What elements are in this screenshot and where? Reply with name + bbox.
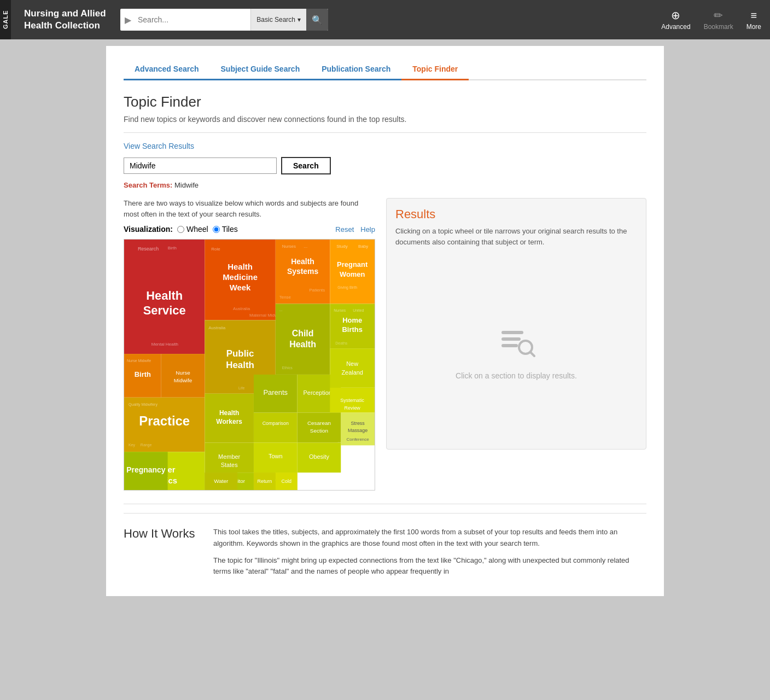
svg-text:Member: Member	[218, 453, 240, 460]
svg-text:Nurses: Nurses	[282, 244, 296, 249]
svg-text:Zealand: Zealand	[341, 369, 363, 376]
global-search-submit[interactable]: 🔍	[306, 9, 328, 31]
svg-text:Systematic: Systematic	[340, 398, 364, 403]
svg-text:Health: Health	[291, 257, 314, 266]
svg-text:Health: Health	[146, 289, 183, 302]
topic-search-row: Search	[124, 157, 646, 174]
tab-topic-finder[interactable]: Topic Finder	[401, 59, 469, 80]
tab-subject-guide[interactable]: Subject Guide Search	[210, 59, 311, 80]
svg-text:Ethics: Ethics	[282, 366, 293, 370]
svg-text:Massage: Massage	[348, 428, 368, 433]
topic-search-button[interactable]: Search	[281, 157, 331, 174]
svg-text:...: ...	[337, 439, 341, 443]
svg-text:Role: Role	[211, 247, 220, 252]
treemap-container: Health Service Research Birth Mental Hea…	[124, 239, 375, 491]
bookmark-action[interactable]: ✏ Bookmark	[704, 9, 733, 31]
gale-logo: GALE	[0, 0, 11, 39]
svg-text:Comparison: Comparison	[262, 421, 289, 426]
svg-text:Midwife: Midwife	[174, 377, 192, 383]
svg-text:Baby: Baby	[358, 244, 368, 249]
svg-text:...: ...	[304, 244, 308, 249]
svg-text:Life: Life	[238, 386, 244, 390]
view-results-link[interactable]: View Search Results	[124, 142, 194, 150]
tab-publication-search[interactable]: Publication Search	[311, 59, 401, 80]
svg-text:United: United	[353, 308, 364, 312]
search-terms-row: Search Terms: Midwife	[124, 181, 646, 189]
tile-new-zealand[interactable]	[330, 348, 375, 388]
svg-text:Pregnancy: Pregnancy	[126, 465, 165, 474]
svg-text:Parents: Parents	[263, 388, 288, 396]
svg-text:Stress: Stress	[351, 421, 365, 426]
tab-bar: Advanced Search Subject Guide Search Pub…	[124, 59, 646, 80]
tab-advanced-search[interactable]: Advanced Search	[124, 59, 210, 80]
wheel-option[interactable]: Wheel	[177, 225, 208, 234]
svg-text:Home: Home	[342, 316, 362, 324]
svg-text:Deaths: Deaths	[335, 341, 348, 345]
search-type-button[interactable]: Basic Search ▾	[250, 9, 306, 31]
svg-text:Birth: Birth	[168, 246, 177, 250]
help-link[interactable]: Help	[360, 225, 375, 234]
svg-text:Nurse Midwife: Nurse Midwife	[127, 359, 151, 363]
advanced-action[interactable]: ⊕ Advanced	[661, 9, 690, 31]
svg-text:Range: Range	[141, 443, 152, 447]
divider-2	[124, 504, 646, 504]
svg-text:Health: Health	[226, 360, 254, 370]
divider-1	[124, 132, 646, 133]
search-terms-label: Search Terms:	[124, 181, 172, 189]
header: GALE Nursing and Allied Health Collectio…	[0, 0, 770, 39]
svg-text:Water: Water	[214, 478, 229, 484]
svg-text:Conference: Conference	[347, 437, 370, 442]
svg-text:Systems: Systems	[287, 267, 319, 276]
how-it-works-title: How It Works	[124, 527, 200, 583]
visualization-label: Visualization:	[124, 225, 173, 234]
svg-text:Service: Service	[143, 304, 186, 317]
tiles-radio[interactable]	[213, 226, 220, 233]
svg-text:Nurses: Nurses	[334, 308, 346, 312]
wheel-radio[interactable]	[177, 226, 184, 233]
tiles-option[interactable]: Tiles	[213, 225, 238, 234]
svg-text:New: New	[346, 360, 358, 367]
svg-text:Health: Health	[289, 340, 316, 349]
svg-text:Section: Section	[310, 428, 328, 434]
svg-rect-72	[501, 344, 518, 347]
how-it-works-desc: This tool takes the titles, subjects, an…	[213, 527, 646, 583]
svg-text:Birth: Birth	[135, 370, 151, 378]
svg-text:Cesarean: Cesarean	[307, 420, 331, 426]
reset-link[interactable]: Reset	[335, 225, 354, 234]
advanced-icon: ⊕	[671, 9, 680, 22]
main-container: Advanced Search Subject Guide Search Pub…	[106, 46, 664, 596]
svg-rect-71	[501, 337, 521, 341]
svg-text:Return: Return	[257, 479, 272, 484]
topic-search-input[interactable]	[124, 158, 277, 174]
how-it-works-section: How It Works This tool takes the titles,…	[124, 513, 646, 583]
global-search-input[interactable]	[136, 15, 250, 24]
page-title: Topic Finder	[124, 94, 646, 110]
svg-text:Cold: Cold	[281, 479, 291, 484]
svg-text:Medicine: Medicine	[223, 272, 258, 282]
svg-rect-70	[501, 331, 523, 334]
svg-text:Child: Child	[292, 329, 314, 338]
svg-text:Nurse: Nurse	[176, 370, 190, 376]
svg-text:Australia: Australia	[233, 306, 250, 311]
header-actions: ⊕ Advanced ✏ Bookmark ≡ More	[661, 9, 761, 31]
more-action[interactable]: ≡ More	[746, 9, 761, 31]
svg-text:Health: Health	[219, 409, 239, 417]
viz-controls: Visualization: Wheel Tiles Reset Help	[124, 225, 375, 234]
bookmark-icon: ✏	[714, 9, 723, 22]
svg-text:Public: Public	[226, 348, 254, 359]
main-wrapper: Advanced Search Subject Guide Search Pub…	[0, 39, 770, 603]
results-placeholder-text: Click on a section to display results.	[456, 371, 577, 380]
svg-text:Births: Births	[342, 325, 362, 334]
svg-line-74	[530, 352, 534, 356]
svg-text:Review: Review	[344, 405, 360, 411]
svg-text:Obesity: Obesity	[309, 453, 330, 460]
svg-text:Practice: Practice	[139, 414, 190, 429]
svg-text:...: ...	[279, 308, 283, 312]
results-placeholder-icon	[497, 325, 535, 365]
more-icon: ≡	[750, 9, 757, 22]
svg-text:Quality Midwifery: Quality Midwifery	[129, 402, 158, 407]
results-placeholder: Click on a section to display results.	[387, 256, 646, 449]
results-panel-title: Results	[387, 199, 646, 226]
tile-comparison[interactable]	[254, 413, 298, 443]
svg-text:Mental Health: Mental Health	[151, 342, 178, 347]
